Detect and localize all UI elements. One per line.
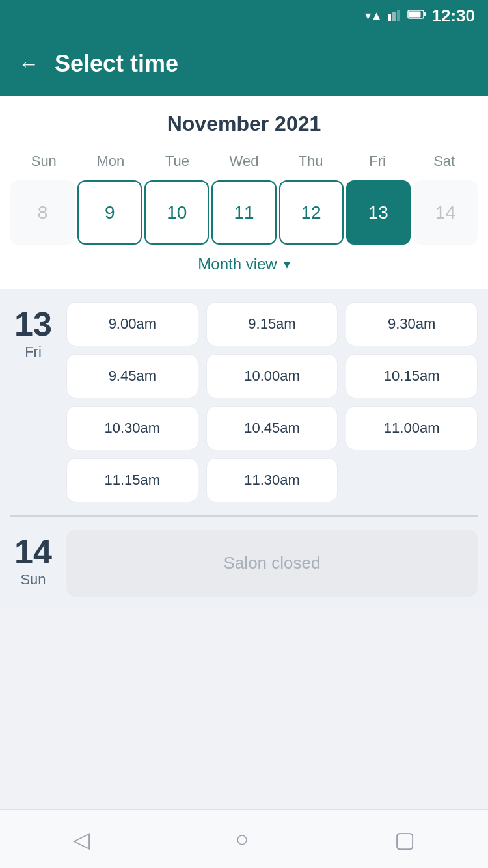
day-13-block: 13 Fri 9.00am 9.15am 9.30am 9.45am 10.00… bbox=[10, 302, 478, 502]
slot-1115am[interactable]: 11.15am bbox=[66, 458, 198, 502]
date-10[interactable]: 10 bbox=[144, 180, 209, 245]
day-header-tue: Tue bbox=[144, 149, 211, 174]
date-14[interactable]: 14 bbox=[413, 180, 478, 245]
status-bar: ▾▲ 12:30 bbox=[0, 0, 488, 31]
date-11[interactable]: 11 bbox=[211, 180, 276, 245]
slot-1100am[interactable]: 11.00am bbox=[346, 406, 478, 450]
day-13-number: 13 bbox=[14, 307, 52, 341]
slot-1015am[interactable]: 10.15am bbox=[346, 354, 478, 398]
status-icons: ▾▲ 12:30 bbox=[365, 6, 475, 26]
nav-back-icon[interactable]: ◁ bbox=[73, 826, 90, 852]
nav-recent-icon[interactable]: ▢ bbox=[394, 826, 415, 852]
svg-rect-5 bbox=[409, 11, 420, 17]
slot-1045am[interactable]: 10.45am bbox=[206, 406, 338, 450]
date-8[interactable]: 8 bbox=[10, 180, 75, 245]
back-button[interactable]: ← bbox=[18, 52, 39, 76]
slot-900am[interactable]: 9.00am bbox=[66, 302, 198, 346]
month-year: November 2021 bbox=[10, 112, 478, 136]
date-row: 8 9 10 11 12 13 14 bbox=[10, 180, 478, 245]
header: ← Select time bbox=[0, 31, 488, 96]
section-divider bbox=[10, 515, 478, 517]
slot-1130am[interactable]: 11.30am bbox=[206, 458, 338, 502]
day-headers: Sun Mon Tue Wed Thu Fri Sat bbox=[10, 149, 478, 174]
nav-home-icon[interactable]: ○ bbox=[236, 826, 249, 852]
day-header-thu: Thu bbox=[277, 149, 344, 174]
slot-930am[interactable]: 9.30am bbox=[346, 302, 478, 346]
bottom-nav: ◁ ○ ▢ bbox=[0, 809, 488, 868]
slot-1000am[interactable]: 10.00am bbox=[206, 354, 338, 398]
day-13-label: 13 Fri bbox=[10, 302, 56, 502]
day-14-number: 14 bbox=[14, 535, 52, 569]
svg-rect-4 bbox=[424, 12, 426, 16]
svg-rect-1 bbox=[392, 12, 396, 21]
day-header-fri: Fri bbox=[344, 149, 411, 174]
day-13-slots-grid: 9.00am 9.15am 9.30am 9.45am 10.00am 10.1… bbox=[66, 302, 478, 502]
month-view-toggle[interactable]: Month view ▾ bbox=[10, 255, 478, 278]
page-title: Select time bbox=[55, 50, 178, 77]
day-header-sun: Sun bbox=[10, 149, 77, 174]
day-14-name: Sun bbox=[20, 571, 46, 588]
date-13[interactable]: 13 bbox=[346, 180, 411, 245]
month-view-label: Month view bbox=[198, 255, 277, 273]
svg-rect-0 bbox=[388, 14, 391, 21]
day-header-mon: Mon bbox=[77, 149, 144, 174]
day-header-wed: Wed bbox=[211, 149, 278, 174]
date-9[interactable]: 9 bbox=[77, 180, 142, 245]
wifi-icon: ▾▲ bbox=[365, 8, 383, 23]
day-14-block: 14 Sun Salon closed bbox=[10, 530, 478, 597]
slot-945am[interactable]: 9.45am bbox=[66, 354, 198, 398]
day-14-label: 14 Sun bbox=[10, 530, 56, 597]
slot-1030am[interactable]: 10.30am bbox=[66, 406, 198, 450]
battery-icon bbox=[407, 8, 427, 23]
status-time: 12:30 bbox=[432, 6, 476, 26]
signal-icon bbox=[388, 7, 402, 25]
timeslots-section: 13 Fri 9.00am 9.15am 9.30am 9.45am 10.00… bbox=[0, 289, 488, 610]
slot-915am[interactable]: 9.15am bbox=[206, 302, 338, 346]
salon-closed-message: Salon closed bbox=[66, 530, 478, 597]
calendar-section: November 2021 Sun Mon Tue Wed Thu Fri Sa… bbox=[0, 96, 488, 289]
date-12[interactable]: 12 bbox=[279, 180, 344, 245]
day-header-sat: Sat bbox=[411, 149, 478, 174]
chevron-down-icon: ▾ bbox=[284, 256, 290, 272]
svg-rect-2 bbox=[397, 10, 400, 21]
day-13-name: Fri bbox=[25, 344, 42, 360]
